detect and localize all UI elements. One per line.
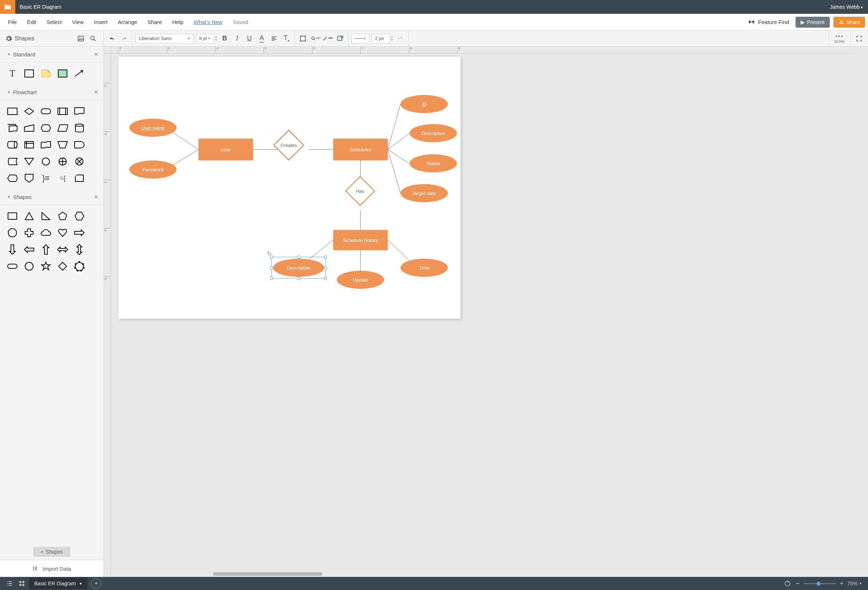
fc-decision[interactable] xyxy=(22,105,36,118)
selection-handle[interactable] xyxy=(270,277,273,280)
sh-circle[interactable] xyxy=(22,260,36,273)
selection-handle[interactable] xyxy=(324,277,327,280)
sh-pentagon[interactable] xyxy=(56,209,69,223)
sh-righttriangle[interactable] xyxy=(39,209,52,223)
line-width-spinner[interactable]: ▲▼ xyxy=(391,36,393,41)
list-view-icon[interactable] xyxy=(5,579,14,588)
sh-downarrow[interactable] xyxy=(6,243,19,256)
horizontal-scrollbar[interactable] xyxy=(213,572,322,576)
fc-document[interactable] xyxy=(73,105,86,118)
sh-cross[interactable] xyxy=(22,226,36,239)
import-data-button[interactable]: Import Data xyxy=(0,560,103,577)
block-shape[interactable] xyxy=(56,67,69,80)
more-menu[interactable]: ••• MORE xyxy=(829,31,850,46)
selection-box[interactable] xyxy=(271,257,326,279)
menu-view[interactable]: View xyxy=(67,16,89,28)
sync-status-icon[interactable] xyxy=(783,579,792,588)
close-icon[interactable]: × xyxy=(94,88,98,96)
attr-status[interactable]: Status xyxy=(410,154,457,172)
fc-connector[interactable] xyxy=(39,155,52,168)
note-shape[interactable] xyxy=(39,67,52,80)
fill-icon[interactable] xyxy=(310,34,320,44)
selection-handle[interactable] xyxy=(324,266,327,269)
zoom-level[interactable]: 75% ▼ xyxy=(847,581,862,586)
fc-note-right[interactable]: ≡{ xyxy=(56,172,69,185)
fc-card[interactable] xyxy=(73,172,86,185)
selection-handle[interactable] xyxy=(324,256,327,259)
fc-display[interactable] xyxy=(6,172,19,185)
image-icon[interactable] xyxy=(76,34,86,44)
zoom-thumb[interactable] xyxy=(817,582,821,586)
entity-user[interactable]: User xyxy=(198,138,253,160)
redo-icon[interactable] xyxy=(119,34,129,44)
share-button[interactable]: Share xyxy=(833,17,865,28)
menu-edit[interactable]: Edit xyxy=(22,16,41,28)
attr-username[interactable]: User name xyxy=(129,119,177,137)
fullscreen-icon[interactable] xyxy=(850,31,868,46)
sh-diamond[interactable] xyxy=(56,260,69,273)
sh-hexagon[interactable] xyxy=(73,209,86,223)
fc-terminator[interactable] xyxy=(39,105,52,118)
sh-updownarrow[interactable] xyxy=(73,243,86,256)
zoom-out-button[interactable]: − xyxy=(796,580,800,588)
entity-schedules[interactable]: Schedules xyxy=(333,138,388,160)
more-shapes-button[interactable]: + Shapes xyxy=(33,547,70,557)
font-size-select[interactable]: 8 pt ▼ xyxy=(196,34,214,43)
text-shape[interactable]: T xyxy=(6,67,19,80)
fc-data[interactable] xyxy=(56,122,69,135)
grid-view-icon[interactable] xyxy=(18,579,26,588)
gear-icon[interactable] xyxy=(5,35,12,42)
text-size-icon[interactable]: T▾ xyxy=(282,34,292,44)
underline-icon[interactable]: U xyxy=(244,34,254,44)
bold-icon[interactable]: B xyxy=(220,34,230,44)
menu-whats-new[interactable]: What's New xyxy=(189,16,228,28)
sh-star[interactable] xyxy=(39,260,52,273)
palette-group-flowchart[interactable]: ▼ Flowchart × xyxy=(0,84,103,100)
fc-merge[interactable] xyxy=(22,155,36,168)
attr-target-date[interactable]: Target date xyxy=(400,184,448,202)
rel-has[interactable]: Has xyxy=(350,180,371,202)
shape-checkmark-icon[interactable] xyxy=(335,34,345,44)
document-title[interactable]: Basic ER Diagram xyxy=(15,4,830,10)
palette-group-standard[interactable]: ▼ Standard × xyxy=(0,47,103,63)
sh-polygon[interactable] xyxy=(73,260,86,273)
undo-icon[interactable] xyxy=(107,34,117,44)
fc-or[interactable] xyxy=(56,155,69,168)
fc-delay[interactable] xyxy=(73,138,86,151)
attr-update[interactable]: Update xyxy=(337,271,384,289)
sh-heart[interactable] xyxy=(56,226,69,239)
fc-database[interactable] xyxy=(73,122,86,135)
rect-shape[interactable] xyxy=(22,67,36,80)
sh-rightarrow[interactable] xyxy=(73,226,86,239)
menu-select[interactable]: Select xyxy=(41,16,67,28)
fc-preparation[interactable] xyxy=(39,122,52,135)
line-color-icon[interactable] xyxy=(323,34,333,44)
sh-rect[interactable] xyxy=(6,209,19,223)
sh-leftrightarrow[interactable] xyxy=(56,243,69,256)
menu-file[interactable]: File xyxy=(3,16,22,28)
attr-password[interactable]: Password xyxy=(129,160,177,179)
text-color-icon[interactable]: A xyxy=(257,34,267,44)
arrow-shape[interactable] xyxy=(73,67,86,80)
palette-group-shapes[interactable]: ▼ Shapes × xyxy=(0,189,103,205)
diagram-page[interactable]: User name Password User Creates Schedule… xyxy=(118,57,461,319)
attr-id[interactable]: ID xyxy=(400,95,448,113)
fc-brace-right[interactable]: }≡ xyxy=(39,172,52,185)
zoom-in-button[interactable]: + xyxy=(840,580,844,587)
add-page-button[interactable]: + xyxy=(91,578,101,589)
font-size-spinner[interactable]: ▲▼ xyxy=(215,36,217,41)
line-width-select[interactable]: 2 px xyxy=(372,34,390,43)
menu-arrange[interactable]: Arrange xyxy=(113,16,142,28)
sh-pill[interactable] xyxy=(6,260,19,273)
feature-find[interactable]: Feature Find xyxy=(748,19,792,26)
fc-predefined[interactable] xyxy=(56,105,69,118)
fc-internalstorage[interactable] xyxy=(22,138,36,151)
line-style-select[interactable]: ▼ xyxy=(351,34,369,43)
shape-options-icon[interactable] xyxy=(298,34,308,44)
fc-papertape[interactable] xyxy=(39,138,52,151)
entity-schedule-history[interactable]: Schedule history xyxy=(333,230,388,250)
fc-directdata[interactable] xyxy=(6,138,19,151)
folder-icon[interactable] xyxy=(0,0,15,14)
menu-share[interactable]: Share xyxy=(142,16,167,28)
close-icon[interactable]: × xyxy=(94,50,98,59)
